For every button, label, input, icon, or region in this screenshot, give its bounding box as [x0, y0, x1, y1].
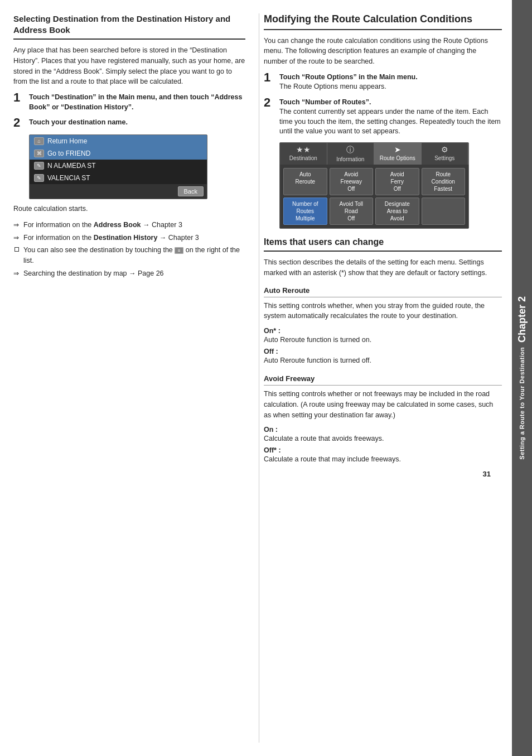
left-section-divider: [13, 38, 245, 40]
left-step2-number: 2: [13, 117, 26, 129]
grid-cell-number-of-routes[interactable]: Number ofRoutesMultiple: [283, 198, 327, 225]
right-section-title: Modifying the Route Calculation Conditio…: [264, 13, 502, 26]
left-section-title: Selecting Destination from the Destinati…: [13, 13, 245, 35]
grid-cell-avoid-toll[interactable]: Avoid TollRoadOff: [330, 198, 374, 225]
on-label2: On :: [264, 426, 502, 434]
options-tab-label: Route Options: [380, 155, 415, 161]
right-step2-number: 2: [264, 97, 276, 109]
destination-tab-icon: ★★: [296, 145, 311, 154]
left-step1-text: Touch “Destination” in the Main menu, an…: [29, 93, 245, 112]
settings-tab-icon: ⚙: [441, 145, 448, 154]
right-section-divider: [264, 29, 502, 30]
left-step1-number: 1: [13, 92, 26, 104]
left-column: Selecting Destination from the Destinati…: [13, 13, 259, 743]
items-title: Items that users can change: [264, 237, 502, 247]
bullet-arrow-3: ⇒: [13, 268, 19, 278]
off-star-desc: Calculate a route that may include freew…: [264, 455, 502, 465]
left-step2-text: Touch your destination name.: [29, 118, 128, 128]
avoid-freeway-body: This setting controls whether or not fre…: [264, 389, 502, 420]
grid-cell-route-condition[interactable]: RouteConditionFastest: [422, 168, 466, 195]
grid-cell-empty: [422, 198, 466, 225]
right-step2-sub: The content currently set appears under …: [279, 107, 502, 137]
address-book-bold: Address Book: [94, 221, 141, 229]
route-options-screenshot: ★★ Destination ⓘ Information ➤ Route Opt…: [279, 142, 469, 229]
grid-cell-designate-areas[interactable]: DesignateAreas toAvoid: [375, 198, 419, 225]
on-star-desc: Auto Reroute function is turned on.: [264, 335, 502, 345]
information-tab-icon: ⓘ: [346, 145, 354, 155]
left-body-text: Any place that has been searched before …: [13, 45, 245, 87]
nav-screenshot: ⌂ Return Home ⌘ Go to FRIEND ✎ N ALAMEDA…: [29, 134, 207, 199]
route-grid: AutoReroute AvoidFreewayOff AvoidFerryOf…: [280, 165, 468, 228]
bullet-item-3: ⇒ Searching the destination by map → Pag…: [13, 268, 245, 279]
auto-reroute-body: This setting controls whether, when you …: [264, 301, 502, 322]
right-step2: 2 Touch “Number of Routes”. The content …: [264, 98, 502, 137]
route-tab-options[interactable]: ➤ Route Options: [374, 143, 422, 165]
main-content: Selecting Destination from the Destinati…: [0, 0, 512, 756]
back-button[interactable]: Back: [178, 186, 204, 196]
right-step1-text: Touch “Route Options” in the Main menu.: [279, 73, 418, 83]
off-label: Off :: [264, 348, 502, 355]
route-tab-information[interactable]: ⓘ Information: [327, 143, 375, 165]
grid-cell-auto-reroute[interactable]: AutoReroute: [283, 168, 327, 195]
nav-icon-2: ✎: [34, 162, 44, 170]
route-tab-settings[interactable]: ⚙ Settings: [422, 143, 469, 165]
nav-icon-3: ✎: [34, 174, 44, 182]
grid-cell-avoid-freeway[interactable]: AvoidFreewayOff: [330, 168, 374, 195]
settings-tab-label: Settings: [434, 155, 454, 161]
nav-label-2: N ALAMEDA ST: [47, 162, 96, 170]
bullet-list: ⇒ For information on the Address Book → …: [13, 220, 245, 279]
nav-label-1: Go to FRIEND: [47, 150, 90, 157]
nav-row-3: ✎ VALENCIA ST: [30, 172, 207, 184]
nav-label-3: VALENCIA ST: [47, 174, 90, 182]
bullet-arrow-0: ⇒: [13, 220, 19, 230]
bullet-item-1: ⇒ For information on the Destination His…: [13, 233, 245, 243]
page-number: 31: [264, 465, 502, 483]
auto-reroute-divider: [264, 297, 502, 297]
nav-row-0: ⌂ Return Home: [30, 135, 207, 147]
sidebar-chapter: Chapter 2: [516, 296, 528, 343]
right-body-text: You can change the route calculation con…: [264, 36, 502, 67]
off-star-label: Off* :: [264, 446, 502, 454]
on-star-label: On* :: [264, 327, 502, 335]
destination-tab-label: Destination: [289, 155, 317, 161]
route-tabs: ★★ Destination ⓘ Information ➤ Route Opt…: [280, 143, 468, 165]
dest-history-bold: Destination History: [94, 234, 158, 242]
sidebar-text: Setting a Route to Your Destination: [519, 347, 525, 460]
items-divider: [264, 251, 502, 252]
options-tab-icon: ➤: [394, 145, 401, 154]
route-tab-destination[interactable]: ★★ Destination: [280, 143, 327, 165]
nav-icon-0: ⌂: [34, 137, 44, 145]
left-step1: 1 Touch “Destination” in the Main menu, …: [13, 93, 245, 112]
nav-footer: Back: [30, 184, 207, 199]
bullet-item-2: You can also see the destination by touc…: [13, 245, 245, 266]
left-step2: 2 Touch your destination name.: [13, 118, 245, 129]
bullet-arrow-1: ⇒: [13, 233, 19, 243]
right-step2-text: Touch “Number of Routes”.: [279, 98, 502, 108]
bullet-square-0: [14, 247, 19, 252]
right-step1-number: 1: [264, 71, 276, 84]
bullet-item-0: ⇒ For information on the Address Book → …: [13, 220, 245, 230]
off-desc: Auto Reroute function is turned off.: [264, 356, 502, 366]
nav-row-1: ⌘ Go to FRIEND: [30, 147, 207, 160]
information-tab-label: Information: [336, 156, 364, 162]
icon-inline: ≡: [175, 247, 183, 254]
grid-cell-avoid-ferry[interactable]: AvoidFerryOff: [375, 168, 419, 195]
on-desc2: Calculate a route that avoids freeways.: [264, 434, 502, 444]
nav-row-2: ✎ N ALAMEDA ST: [30, 160, 207, 172]
items-body: This section describes the details of th…: [264, 257, 502, 278]
sidebar: Chapter 2 Setting a Route to Your Destin…: [512, 0, 532, 756]
auto-reroute-title: Auto Reroute: [264, 286, 502, 295]
page: Selecting Destination from the Destinati…: [0, 0, 532, 756]
right-step1-sub: The Route Options menu appears.: [279, 82, 418, 92]
nav-icon-1: ⌘: [34, 150, 44, 157]
right-column: Modifying the Route Calculation Conditio…: [259, 13, 502, 743]
right-step1: 1 Touch “Route Options” in the Main menu…: [264, 73, 502, 92]
route-calc-text: Route calculation starts.: [13, 204, 245, 214]
avoid-freeway-title: Avoid Freeway: [264, 374, 502, 383]
avoid-freeway-divider: [264, 385, 502, 386]
nav-label-0: Return Home: [47, 137, 87, 145]
